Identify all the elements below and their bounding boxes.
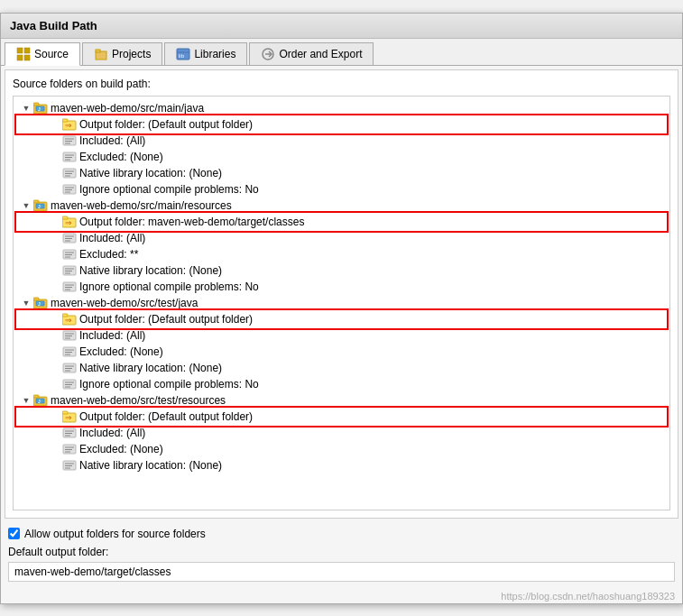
svg-rect-5 xyxy=(96,50,100,52)
tab-projects[interactable]: Projects xyxy=(82,42,162,65)
tree-node-node2[interactable]: ▼ J maven-web-demo/src/main/resources xyxy=(17,198,666,214)
tree-node-node1-2[interactable]: ▸ Included: (All) xyxy=(17,133,666,149)
tree-label-node3-4: Native library location: (None) xyxy=(79,362,222,374)
tree-label-node4-4: Native library location: (None) xyxy=(79,459,222,472)
svg-text:⇒: ⇒ xyxy=(65,316,72,325)
java-build-path-dialog: Java Build Path SourceProjectslibLibrari… xyxy=(0,13,683,604)
output-folder-label: Default output folder: xyxy=(8,546,675,558)
tree-label-node2-2: Included: (All) xyxy=(79,232,145,244)
tree-label-node2-3: Excluded: ** xyxy=(79,248,138,261)
svg-rect-1 xyxy=(24,48,30,53)
tree-node-node3-5[interactable]: ▸ Ignore optional compile problems: No xyxy=(17,376,666,392)
toggle-node4: ▼ xyxy=(21,395,32,406)
toggle-node1: ▼ xyxy=(21,103,32,114)
tree-node-node2-1[interactable]: ▸ ⇒ Output folder: maven-web-demo/target… xyxy=(17,214,666,230)
source-folder-icon: J xyxy=(33,101,48,115)
source-tree[interactable]: ▼ J maven-web-demo/src/main/java ▸ ⇒ Out… xyxy=(13,96,670,510)
filter-icon xyxy=(62,182,77,197)
filter-icon xyxy=(62,328,77,343)
tree-label-node1-5: Ignore optional compile problems: No xyxy=(79,183,259,196)
svg-rect-58 xyxy=(33,298,39,300)
tab-source[interactable]: Source xyxy=(5,42,80,66)
filter-icon xyxy=(62,133,77,148)
grid-icon xyxy=(16,47,31,61)
filter-icon xyxy=(62,377,77,391)
tree-label-node4: maven-web-demo/src/test/resources xyxy=(51,394,226,407)
tree-node-node3-4[interactable]: ▸ Native library location: (None) xyxy=(17,360,666,376)
svg-text:lib: lib xyxy=(179,53,185,59)
tree-node-node3-2[interactable]: ▸ Included: (All) xyxy=(17,327,666,344)
tree-node-node3-3[interactable]: ▸ Excluded: (None) xyxy=(17,344,666,360)
tab-label-libraries: Libraries xyxy=(194,48,235,60)
tab-libraries[interactable]: libLibraries xyxy=(164,42,247,65)
filter-icon xyxy=(62,150,77,164)
svg-rect-81 xyxy=(33,395,39,398)
tree-node-node4-4[interactable]: ▸ Native library location: (None) xyxy=(17,457,666,473)
svg-text:J: J xyxy=(38,399,41,404)
tree-node-node3-1[interactable]: ▸ ⇒ Output folder: (Default output folde… xyxy=(17,311,666,327)
watermark: https://blog.csdn.net/haoshuang189323 xyxy=(1,587,682,603)
tab-label-order-export: Order and Export xyxy=(279,48,362,60)
allow-output-checkbox[interactable] xyxy=(8,528,20,539)
tree-node-node1-1[interactable]: ▸ ⇒ Output folder: (Default output folde… xyxy=(17,116,666,133)
output-folder-input[interactable] xyxy=(8,562,675,582)
source-folder-icon: J xyxy=(33,296,48,310)
tree-node-node3[interactable]: ▼ J maven-web-demo/src/test/java xyxy=(17,295,666,311)
filter-icon xyxy=(62,263,77,278)
tree-node-node1[interactable]: ▼ J maven-web-demo/src/main/java xyxy=(17,100,666,116)
tree-label-node2-1: Output folder: maven-web-demo/target/cla… xyxy=(79,216,304,228)
allow-output-row: Allow output folders for source folders xyxy=(8,528,675,540)
source-folder-icon: J xyxy=(33,198,48,213)
tree-node-node4[interactable]: ▼ J maven-web-demo/src/test/resources xyxy=(17,392,666,409)
svg-rect-12 xyxy=(33,103,39,106)
tree-label-node4-1: Output folder: (Default output folder) xyxy=(79,410,253,423)
filter-icon xyxy=(62,345,77,359)
svg-text:⇒: ⇒ xyxy=(65,413,72,422)
tree-label-node1-1: Output folder: (Default output folder) xyxy=(79,118,253,131)
svg-rect-2 xyxy=(17,55,23,60)
tree-node-node1-3[interactable]: ▸ Excluded: (None) xyxy=(17,149,666,165)
output-folder-icon: ⇒ xyxy=(62,409,77,424)
tree-node-node4-1[interactable]: ▸ ⇒ Output folder: (Default output folde… xyxy=(17,409,666,425)
output-folder-icon: ⇒ xyxy=(62,117,77,132)
tab-bar: SourceProjectslibLibrariesOrder and Expo… xyxy=(1,39,682,66)
tree-node-node2-5[interactable]: ▸ Ignore optional compile problems: No xyxy=(17,279,666,295)
toggle-node2: ▼ xyxy=(21,200,32,211)
tree-label-node3-3: Excluded: (None) xyxy=(79,345,163,358)
output-folder-icon: ⇒ xyxy=(62,312,77,326)
tree-label-node1-2: Included: (All) xyxy=(79,134,145,147)
tree-label-node3-2: Included: (All) xyxy=(79,329,145,342)
tree-label-node4-2: Included: (All) xyxy=(79,427,145,439)
tree-label-node3: maven-web-demo/src/test/java xyxy=(51,297,198,309)
tree-node-node2-4[interactable]: ▸ Native library location: (None) xyxy=(17,262,666,279)
svg-text:J: J xyxy=(38,204,41,209)
tree-node-node4-2[interactable]: ▸ Included: (All) xyxy=(17,425,666,441)
project-icon xyxy=(94,47,108,61)
tree-label-node1-4: Native library location: (None) xyxy=(79,167,222,179)
filter-icon xyxy=(62,458,77,473)
tab-label-source: Source xyxy=(34,48,69,60)
tree-label-node1-3: Excluded: (None) xyxy=(79,151,163,163)
svg-text:J: J xyxy=(38,301,41,307)
allow-output-label: Allow output folders for source folders xyxy=(24,528,206,540)
svg-rect-3 xyxy=(24,55,30,60)
svg-text:⇒: ⇒ xyxy=(65,218,72,227)
tree-node-node4-3[interactable]: ▸ Excluded: (None) xyxy=(17,441,666,457)
tree-node-node1-5[interactable]: ▸ Ignore optional compile problems: No xyxy=(17,181,666,198)
filter-icon xyxy=(62,426,77,440)
tree-label-node3-5: Ignore optional compile problems: No xyxy=(79,378,259,391)
tree-label-node2: maven-web-demo/src/main/resources xyxy=(51,199,232,212)
svg-text:J: J xyxy=(38,106,41,112)
tree-label-node4-3: Excluded: (None) xyxy=(79,443,163,455)
tree-label-node2-5: Ignore optional compile problems: No xyxy=(79,280,259,293)
tab-order-export[interactable]: Order and Export xyxy=(249,42,374,65)
svg-text:⇒: ⇒ xyxy=(65,121,72,130)
filter-icon xyxy=(62,361,77,375)
source-folder-icon: J xyxy=(33,393,48,408)
tree-node-node2-2[interactable]: ▸ Included: (All) xyxy=(17,230,666,246)
filter-icon xyxy=(62,442,77,456)
tree-node-node2-3[interactable]: ▸ Excluded: ** xyxy=(17,246,666,262)
tree-node-node1-4[interactable]: ▸ Native library location: (None) xyxy=(17,165,666,181)
section-label: Source folders on build path: xyxy=(13,78,670,90)
lib-icon: lib xyxy=(176,47,190,61)
